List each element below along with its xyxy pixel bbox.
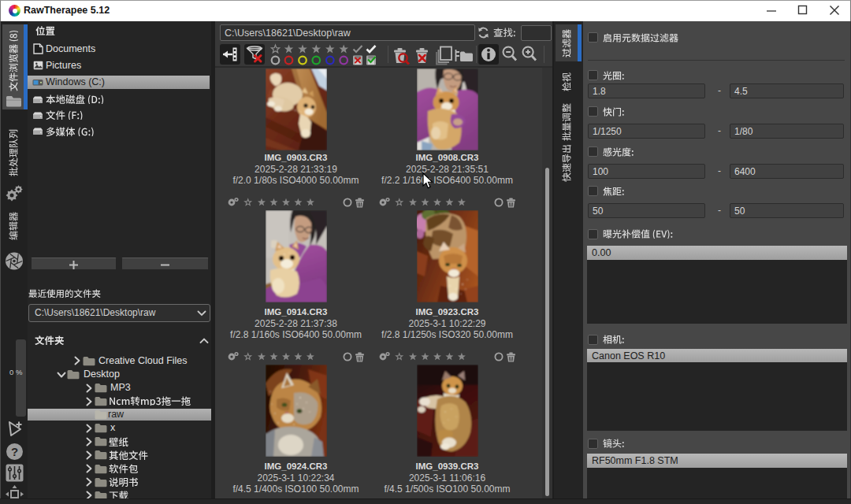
svg-text:?: ? xyxy=(11,445,18,458)
